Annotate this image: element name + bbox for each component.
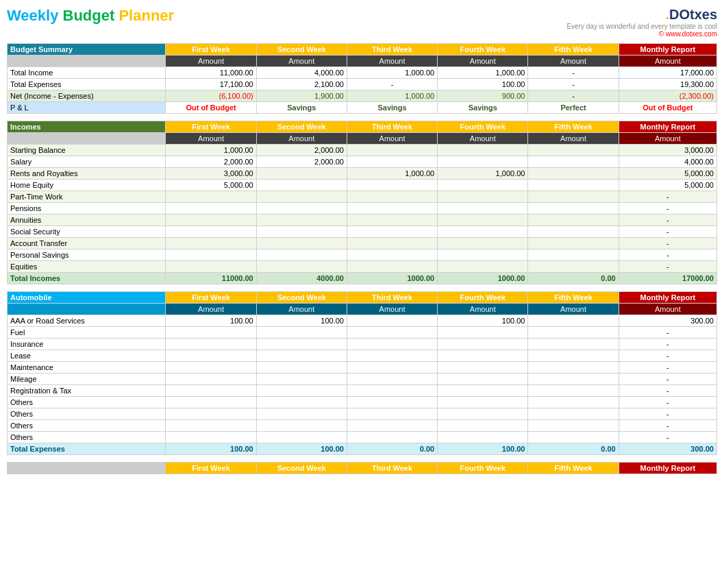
row-label: Rents and Royalties [8, 168, 166, 180]
row-label: Account Transfer [8, 238, 166, 249]
table-row: Rents and Royalties 3,000.00 1,000.00 1,… [8, 168, 717, 180]
monthly-header: Monthly Report [619, 44, 716, 56]
table-row: Equities - [8, 261, 717, 273]
net-w2: 1,900.00 [256, 90, 347, 102]
table-row: Total Expenses 17,100.00 2,100.00 - 100.… [8, 79, 717, 90]
table-row: Fuel - [8, 327, 717, 339]
total-incomes-row: Total Incomes 11000.00 4000.00 1000.00 1… [8, 273, 717, 284]
amount-label-1: Amount [166, 56, 256, 67]
row-label: Total Income [8, 67, 166, 79]
inc-week-first: First Week [166, 121, 256, 133]
table-row: Others - [8, 432, 717, 443]
table-row: Others - [8, 397, 717, 408]
pl-label: P & L [8, 102, 166, 114]
week-header-fifth: Fifth Week [528, 44, 619, 56]
table-row: Social Security - [8, 226, 717, 238]
inc-week-fifth: Fifth Week [528, 121, 619, 133]
week-header-fourth: Fourth Week [438, 44, 528, 56]
net-w4: 900.00 [438, 90, 528, 102]
pl-w1: Out of Budget [166, 102, 256, 114]
budget-summary-title: Budget Summary [8, 44, 166, 56]
title-budget: Budget [63, 7, 115, 24]
row-label: Home Equity [8, 180, 166, 191]
week-header-second: Second Week [256, 44, 347, 56]
title-planner: Planner [118, 7, 174, 24]
net-w3: 1,000.00 [347, 90, 437, 102]
page-header: Weekly Budget Planner .DOtxes Every day … [7, 7, 717, 38]
table-row: AAA or Road Services 100.00 100.00 100.0… [8, 315, 717, 327]
w4-val: 100.00 [438, 79, 528, 90]
automobile-title: Automobile [8, 292, 166, 304]
footer-week-headers: First Week Second Week Third Week Fourth… [7, 462, 717, 474]
table-row: Home Equity 5,000.00 5,000.00 [8, 180, 717, 191]
row-label: Total Expenses [8, 79, 166, 90]
amount-label-5: Amount [528, 56, 619, 67]
amount-label-2: Amount [256, 56, 347, 67]
table-row: Registration & Tax - [8, 385, 717, 397]
logo-brand: DOtxes [669, 7, 717, 22]
amount-label-4: Amount [438, 56, 528, 67]
row-label: Pensions [8, 203, 166, 215]
pl-row: P & L Out of Budget Savings Savings Savi… [8, 102, 717, 114]
net-w1: (6,100.00) [166, 90, 256, 102]
table-row: Others - [8, 420, 717, 432]
week-header-third: Third Week [347, 44, 437, 56]
table-row: Personal Savings - [8, 249, 717, 261]
table-row: Maintenance - [8, 362, 717, 373]
row-label: Social Security [8, 226, 166, 238]
table-row: Part-Time Work - [8, 191, 717, 203]
budget-summary-section: Budget Summary First Week Second Week Th… [7, 43, 717, 114]
pl-w2: Savings [256, 102, 347, 114]
table-row: Salary 2,000.00 2,000.00 4,000.00 [8, 156, 717, 168]
row-label: Starting Balance [8, 145, 166, 156]
table-row: Starting Balance 1,000.00 2,000.00 3,000… [8, 145, 717, 156]
net-w5: - [528, 90, 619, 102]
table-row: Account Transfer - [8, 238, 717, 249]
w3-val: - [347, 79, 437, 90]
monthly-val: 19,300.00 [619, 79, 716, 90]
w4-val: 1,000.00 [438, 67, 528, 79]
automobile-section: Automobile First Week Second Week Third … [7, 291, 717, 455]
inc-week-second: Second Week [256, 121, 347, 133]
incomes-section: Incomes First Week Second Week Third Wee… [7, 121, 717, 284]
w5-val: - [528, 67, 619, 79]
row-label: Part-Time Work [8, 191, 166, 203]
inc-monthly: Monthly Report [619, 121, 716, 133]
pl-w5: Perfect [528, 102, 619, 114]
pl-monthly: Out of Budget [619, 102, 716, 114]
row-label: Personal Savings [8, 249, 166, 261]
row-label: Equities [8, 261, 166, 273]
table-row: Total Income 11,000.00 4,000.00 1,000.00… [8, 67, 717, 79]
logo-website: © www.dotxes.com [566, 30, 717, 38]
title-weekly: Weekly [7, 7, 58, 24]
w1-val: 11,000.00 [166, 67, 256, 79]
total-incomes-label: Total Incomes [8, 273, 166, 284]
logo-text: .DOtxes [566, 7, 717, 23]
logo-area: .DOtxes Every day is wonderful and every… [566, 7, 717, 38]
monthly-val: 17,000.00 [619, 67, 716, 79]
inc-week-third: Third Week [347, 121, 437, 133]
row-label: Salary [8, 156, 166, 168]
inc-week-fourth: Fourth Week [438, 121, 528, 133]
w2-val: 4,000.00 [256, 67, 347, 79]
table-row: Mileage - [8, 373, 717, 385]
app-title: Weekly Budget Planner [7, 7, 174, 25]
w1-val: 17,100.00 [166, 79, 256, 90]
total-expenses-row: Total Expenses 100.00 100.00 0.00 100.00… [8, 443, 717, 455]
pl-w3: Savings [347, 102, 437, 114]
incomes-title: Incomes [8, 121, 166, 133]
table-row: Annuities - [8, 215, 717, 226]
w2-val: 2,100.00 [256, 79, 347, 90]
table-row: Insurance - [8, 339, 717, 350]
amount-label-m: Amount [619, 56, 716, 67]
table-row: Others - [8, 408, 717, 420]
net-row: Net (Income - Expenses) (6,100.00) 1,900… [8, 90, 717, 102]
net-monthly: (2,300.00) [619, 90, 716, 102]
amount-label-3: Amount [347, 56, 437, 67]
table-row: Pensions - [8, 203, 717, 215]
table-row: Lease - [8, 350, 717, 362]
pl-w4: Savings [438, 102, 528, 114]
row-label: Annuities [8, 215, 166, 226]
w5-val: - [528, 79, 619, 90]
net-label: Net (Income - Expenses) [8, 90, 166, 102]
